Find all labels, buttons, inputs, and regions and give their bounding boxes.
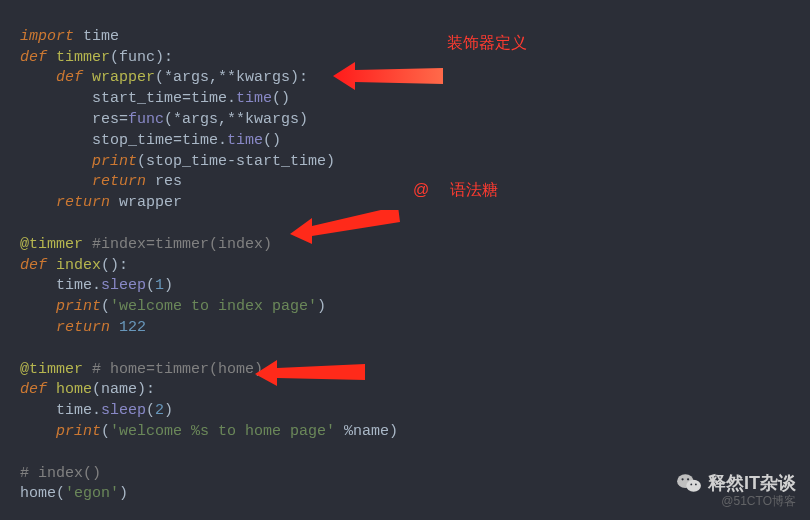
svg-point-5 — [681, 478, 683, 480]
txt: (stop_time-start_time) — [137, 153, 335, 170]
string: 'welcome to index page' — [110, 298, 317, 315]
txt: ) — [317, 298, 326, 315]
txt: stop_time=time. — [92, 132, 227, 149]
txt: %name) — [335, 423, 398, 440]
fn-home: home — [56, 381, 92, 398]
string: 'egon' — [65, 485, 119, 502]
svg-point-7 — [690, 483, 692, 485]
txt: res — [155, 173, 182, 190]
params: (func): — [110, 49, 173, 66]
kw-return: return — [56, 319, 119, 336]
annotation-decorator-def: 装饰器定义 — [447, 33, 527, 54]
call-sleep: sleep — [101, 277, 146, 294]
num: 122 — [119, 319, 146, 336]
code-block: import time def timmer(func): def wrappe… — [0, 0, 810, 511]
decorator: @timmer — [20, 236, 92, 253]
svg-point-8 — [695, 483, 697, 485]
call-sleep: sleep — [101, 402, 146, 419]
txt: wrapper — [119, 194, 182, 211]
txt: ( — [101, 423, 110, 440]
mod-time: time — [74, 28, 119, 45]
kw-return: return — [92, 173, 155, 190]
txt: ) — [164, 402, 173, 419]
params: (): — [101, 257, 128, 274]
call-func: func — [128, 111, 164, 128]
txt: ( — [146, 277, 155, 294]
txt: time. — [56, 277, 101, 294]
annotation-syntax-sugar: 语法糖 — [450, 180, 498, 201]
watermark-credit: @51CTO博客 — [721, 491, 796, 512]
txt: start_time=time. — [92, 90, 236, 107]
string: 'welcome %s to home page' — [110, 423, 335, 440]
kw-def: def — [20, 49, 56, 66]
txt: home( — [20, 485, 65, 502]
kw-print: print — [56, 423, 101, 440]
num: 2 — [155, 402, 164, 419]
kw-def: def — [56, 69, 92, 86]
txt: res= — [92, 111, 128, 128]
call-time: time — [227, 132, 263, 149]
call-time: time — [236, 90, 272, 107]
num: 1 — [155, 277, 164, 294]
annotation-at-symbol: @ — [413, 180, 429, 201]
txt: ( — [146, 402, 155, 419]
comment: # index() — [20, 465, 101, 482]
svg-point-6 — [687, 478, 689, 480]
params: (*args,**kwargs): — [155, 69, 308, 86]
comment: #index=timmer(index) — [92, 236, 272, 253]
kw-print: print — [92, 153, 137, 170]
fn-timmer: timmer — [56, 49, 110, 66]
decorator: @timmer — [20, 361, 92, 378]
txt: time. — [56, 402, 101, 419]
kw-import: import — [20, 28, 74, 45]
wechat-icon — [676, 472, 702, 494]
kw-def: def — [20, 257, 56, 274]
txt: (*args,**kwargs) — [164, 111, 308, 128]
svg-point-4 — [686, 480, 701, 492]
params: (name): — [92, 381, 155, 398]
comment: # home=timmer(home) — [92, 361, 263, 378]
fn-index: index — [56, 257, 101, 274]
kw-return: return — [56, 194, 119, 211]
txt: () — [263, 132, 281, 149]
fn-wrapper: wrapper — [92, 69, 155, 86]
txt: ) — [119, 485, 128, 502]
txt: ) — [164, 277, 173, 294]
txt: () — [272, 90, 290, 107]
kw-def: def — [20, 381, 56, 398]
kw-print: print — [56, 298, 101, 315]
txt: ( — [101, 298, 110, 315]
